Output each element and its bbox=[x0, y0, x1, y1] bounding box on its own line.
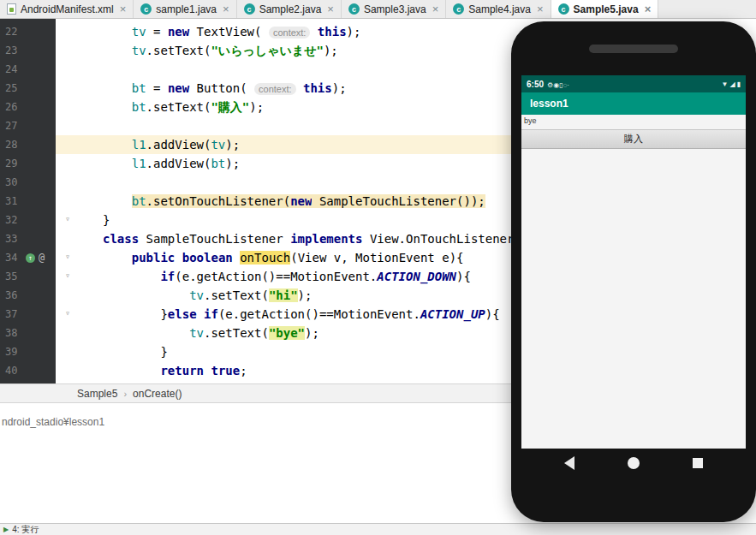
fold-marker-icon[interactable]: ▿ bbox=[65, 248, 70, 267]
gutter-line[interactable]: 28 bbox=[0, 135, 56, 154]
code-token bbox=[103, 157, 132, 170]
gutter-line[interactable]: 22 bbox=[0, 22, 56, 41]
breadcrumb-item[interactable]: onCreate() bbox=[133, 388, 182, 400]
line-number: 26 bbox=[5, 101, 22, 113]
close-icon[interactable]: × bbox=[432, 3, 439, 15]
code-token: tv bbox=[211, 138, 225, 152]
tab-sample5-java[interactable]: cSample5.java× bbox=[551, 0, 659, 18]
gutter-line[interactable]: 24 bbox=[0, 60, 56, 79]
tab-androidmanifest-xml[interactable]: AndroidManifest.xml× bbox=[0, 0, 134, 18]
close-icon[interactable]: × bbox=[120, 3, 127, 15]
code-token bbox=[103, 326, 189, 340]
code-token: l1 bbox=[132, 157, 146, 170]
run-toolwindow-tab[interactable]: 4: 実行 bbox=[12, 524, 39, 535]
code-token: Button( bbox=[189, 81, 254, 95]
home-icon[interactable] bbox=[628, 457, 640, 469]
code-token: tv bbox=[132, 44, 146, 57]
emulator-screen[interactable]: 6:50 ⚙◉▯◌· ▼◢▮ lesson1 bye 購入 bbox=[521, 75, 746, 449]
code-token bbox=[103, 251, 132, 265]
code-token: class bbox=[103, 232, 139, 246]
code-token: } bbox=[103, 345, 168, 359]
line-number: 23 bbox=[5, 45, 22, 56]
code-token: if bbox=[160, 270, 175, 283]
line-number: 28 bbox=[5, 139, 22, 151]
code-token: l1 bbox=[132, 138, 146, 152]
code-token: } bbox=[103, 213, 110, 227]
code-token: ); bbox=[347, 25, 361, 39]
tab-label: sample1.java bbox=[156, 3, 217, 15]
status-left-icons: ⚙◉▯◌· bbox=[547, 80, 569, 89]
code-token bbox=[310, 25, 317, 39]
close-icon[interactable]: × bbox=[537, 3, 544, 15]
gutter-line[interactable]: 39 bbox=[0, 342, 56, 361]
code-token: ACTION_UP bbox=[420, 307, 485, 321]
code-token: TextView( bbox=[189, 25, 269, 39]
code-token bbox=[103, 81, 132, 95]
notification-dot-icon: · bbox=[567, 81, 569, 89]
code-token: bt bbox=[132, 81, 146, 95]
gutter-line[interactable]: 38 bbox=[0, 324, 56, 342]
code-token: .setText( bbox=[204, 288, 269, 302]
cellular-signal-icon: ◢ bbox=[729, 80, 735, 88]
editor-gutter[interactable]: 22232425262728293031323334↑@353637383940 bbox=[0, 19, 56, 383]
purchase-button[interactable]: 購入 bbox=[521, 129, 746, 149]
line-number: 34 bbox=[5, 252, 22, 264]
fold-marker-icon[interactable]: ▿ bbox=[65, 305, 70, 324]
gutter-line[interactable]: 40 bbox=[0, 361, 56, 380]
status-right-icons: ▼◢▮ bbox=[722, 80, 741, 88]
code-token: (e.getAction()==MotionEvent. bbox=[218, 307, 420, 321]
code-token: ); bbox=[305, 326, 319, 340]
code-token: onTouch bbox=[240, 251, 290, 265]
close-icon[interactable]: × bbox=[223, 3, 229, 15]
line-number: 29 bbox=[5, 158, 22, 169]
gutter-line[interactable]: 29 bbox=[0, 154, 56, 173]
code-token: new bbox=[168, 81, 189, 95]
code-token: (View v, MotionEvent e){ bbox=[290, 251, 463, 265]
override-method-icon[interactable]: ↑ bbox=[26, 253, 35, 263]
gutter-line[interactable]: 26 bbox=[0, 98, 56, 116]
close-icon[interactable]: × bbox=[645, 3, 652, 15]
code-token: "hi" bbox=[269, 288, 298, 302]
gutter-line[interactable]: 25 bbox=[0, 79, 56, 98]
clock: 6:50 bbox=[527, 80, 544, 89]
gutter-line[interactable]: 36 bbox=[0, 286, 56, 305]
fold-marker-icon[interactable]: ▿ bbox=[65, 211, 70, 229]
code-token: = bbox=[146, 81, 168, 95]
app-content: bye 購入 bbox=[521, 115, 746, 449]
gutter-line[interactable]: 34↑@ bbox=[0, 248, 56, 267]
gutter-line[interactable]: 31 bbox=[0, 192, 56, 211]
code-token: SampleTouchListener()); bbox=[312, 194, 485, 208]
code-token: ); bbox=[225, 157, 240, 170]
line-number: 25 bbox=[5, 82, 22, 94]
gutter-line[interactable]: 33 bbox=[0, 229, 56, 248]
emulator-window: 6:50 ⚙◉▯◌· ▼◢▮ lesson1 bye 購入 bbox=[511, 21, 756, 522]
gutter-line[interactable]: 37 bbox=[0, 305, 56, 324]
code-token: ); bbox=[324, 44, 338, 57]
code-token: this bbox=[318, 25, 347, 39]
gutter-line[interactable]: 23 bbox=[0, 41, 56, 60]
tab-sample1-java[interactable]: csample1.java× bbox=[134, 0, 236, 18]
code-token: .setText( bbox=[146, 100, 211, 114]
code-token: bt bbox=[211, 157, 225, 170]
run-icon[interactable]: ▶ bbox=[3, 526, 9, 533]
recents-icon[interactable] bbox=[693, 458, 703, 468]
tab-sample4-java[interactable]: cSample4.java× bbox=[446, 0, 551, 18]
code-token: else bbox=[168, 307, 197, 321]
breadcrumb-item[interactable]: Sample5 bbox=[77, 388, 117, 400]
tab-sample3-java[interactable]: cSample3.java× bbox=[342, 0, 446, 18]
fold-marker-icon[interactable]: ▿ bbox=[65, 267, 70, 286]
code-token: boolean bbox=[182, 251, 233, 265]
code-token: } bbox=[103, 307, 168, 321]
gutter-line[interactable]: 30 bbox=[0, 173, 56, 192]
gutter-line[interactable]: 32 bbox=[0, 211, 56, 229]
tab-label: Sample5.java bbox=[574, 3, 639, 15]
code-token: bt bbox=[132, 194, 146, 208]
gutter-line[interactable]: 35 bbox=[0, 267, 56, 286]
manifest-file-icon bbox=[7, 3, 16, 15]
back-icon[interactable] bbox=[564, 456, 574, 470]
code-token: true bbox=[211, 364, 240, 377]
close-icon[interactable]: × bbox=[327, 3, 334, 15]
gutter-line[interactable]: 27 bbox=[0, 116, 56, 135]
tab-sample2-java[interactable]: cSample2.java× bbox=[237, 0, 342, 18]
app-bar: lesson1 bbox=[521, 92, 746, 115]
